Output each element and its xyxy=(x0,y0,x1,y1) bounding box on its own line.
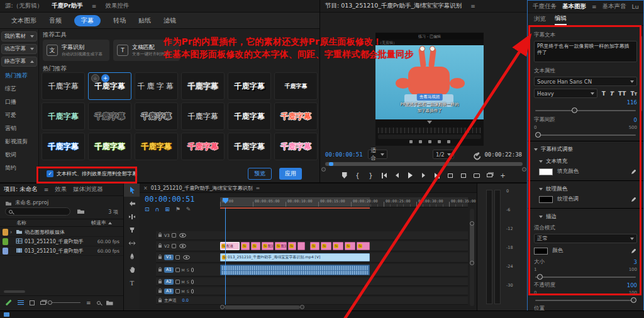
template-card[interactable]: 千鹿字幕 xyxy=(88,102,131,130)
h-scroll-handle[interactable] xyxy=(220,305,225,309)
mute-button[interactable]: M xyxy=(182,280,185,284)
lock-icon[interactable] xyxy=(158,278,162,285)
nav-stickers[interactable]: 贴纸 xyxy=(138,16,151,25)
search-input[interactable] xyxy=(5,207,70,216)
comparison-view-button[interactable] xyxy=(484,171,495,180)
texture-section-header[interactable]: 纹理颜色 xyxy=(539,185,637,193)
sync-lock-icon[interactable] xyxy=(172,244,176,248)
caption-clip[interactable]: fx xyxy=(357,242,370,250)
category-热门推荐[interactable]: 热门推荐 xyxy=(1,69,37,82)
font-size-value[interactable]: 116 xyxy=(627,99,637,106)
mic-icon[interactable] xyxy=(191,268,194,272)
font-weight-select[interactable]: Heavy xyxy=(534,89,597,98)
h-scroll-handle[interactable] xyxy=(300,305,304,309)
track-lane-A2[interactable] xyxy=(220,278,468,286)
project-row[interactable]: ›动态图形模板媒体 xyxy=(0,228,123,237)
mic-icon[interactable] xyxy=(191,280,194,284)
track-name[interactable]: A2 xyxy=(164,279,174,285)
group-dynamic-captions[interactable]: 动态字幕 xyxy=(1,44,37,54)
panel-menu-icon[interactable]: ≡ xyxy=(470,3,475,9)
v-scroll-handle[interactable] xyxy=(470,261,474,265)
track-lane-主声道[interactable] xyxy=(220,297,468,305)
template-card[interactable]: 千鹿字幕 xyxy=(181,102,225,130)
track-name[interactable]: 主声道 xyxy=(164,298,177,304)
lock-icon[interactable] xyxy=(158,243,162,249)
preview-button[interactable]: 预览 xyxy=(248,168,272,180)
apply-all-checkbox[interactable]: ✓ xyxy=(47,170,53,177)
category-可爱[interactable]: 可爱 xyxy=(1,109,37,122)
faux-bold-icon[interactable]: T xyxy=(602,90,606,97)
spacing-slider[interactable] xyxy=(535,134,636,136)
slider-knob[interactable] xyxy=(631,297,636,303)
name-column[interactable]: 名称 xyxy=(16,219,26,226)
list-view-icon[interactable] xyxy=(18,300,24,305)
monitor-scrubber[interactable] xyxy=(325,162,523,166)
small-caps-icon[interactable]: TT xyxy=(630,90,637,97)
tab-edit[interactable]: 编辑 xyxy=(555,13,567,25)
slip-tool[interactable] xyxy=(124,236,140,249)
track-name[interactable]: V1 xyxy=(164,255,174,260)
template-card[interactable]: 千鹿字幕 xyxy=(274,133,318,160)
sync-lock-icon[interactable] xyxy=(175,255,180,260)
button-editor-button[interactable]: + xyxy=(497,171,508,180)
stroke-color-swatch[interactable] xyxy=(534,248,548,255)
opacity-slider[interactable] xyxy=(535,300,636,301)
find-icon[interactable] xyxy=(97,301,101,305)
caption-clip[interactable]: fx xyxy=(345,242,355,250)
stroke-size-slider[interactable] xyxy=(535,277,636,278)
solo-button[interactable]: S xyxy=(187,280,189,284)
track-name[interactable]: V2 xyxy=(164,244,170,249)
mute-button[interactable]: M xyxy=(182,289,185,293)
step-forward-button[interactable] xyxy=(418,171,429,180)
template-card[interactable]: 千鹿字幕 xyxy=(181,72,225,100)
category-影视混剪[interactable]: 影视混剪 xyxy=(1,135,37,148)
slider-knob[interactable] xyxy=(535,132,541,138)
all-caps-icon[interactable]: TT xyxy=(618,90,626,97)
faux-italic-icon[interactable]: T xyxy=(609,90,614,97)
fill-color-swatch[interactable] xyxy=(539,168,553,175)
mark-out-button[interactable]: } xyxy=(365,171,376,180)
selection-tool[interactable] xyxy=(124,184,140,197)
add-marker-button[interactable] xyxy=(339,171,350,180)
zoom-slider[interactable] xyxy=(52,302,80,303)
style-section-header[interactable]: 字幕样式调整 xyxy=(534,146,637,153)
h-scrollbar[interactable] xyxy=(220,305,468,309)
mark-in-button[interactable]: { xyxy=(352,171,363,180)
sync-lock-icon[interactable] xyxy=(172,233,176,238)
tab-lumetri[interactable]: Lu xyxy=(632,3,639,10)
scrollbar-thumb[interactable] xyxy=(640,36,642,111)
track-lane-V3[interactable] xyxy=(220,231,468,240)
fit-select[interactable]: 适合 xyxy=(368,150,387,159)
caption-clip[interactable]: fx xyxy=(288,242,296,250)
template-card[interactable]: 千鹿字幕 xyxy=(42,72,85,100)
solo-button[interactable]: S xyxy=(187,289,189,293)
track-name[interactable]: V3 xyxy=(164,233,170,238)
label-color-chip[interactable] xyxy=(3,238,8,245)
caption-clip[interactable]: fx xyxy=(241,242,250,250)
slider-knob[interactable] xyxy=(572,107,577,113)
template-card[interactable]: 千鹿字幕 xyxy=(135,133,178,160)
label-color-chip[interactable] xyxy=(3,248,8,255)
lock-icon[interactable] xyxy=(158,254,162,261)
add-icon[interactable]: + xyxy=(101,74,109,82)
category-综艺[interactable]: 综艺 xyxy=(1,82,37,96)
nest-icon[interactable]: ⊡ xyxy=(145,206,150,212)
sync-lock-icon[interactable] xyxy=(175,268,180,272)
project-row[interactable]: 013_251210_千鹿Pr助手60.00 fps xyxy=(0,237,123,246)
resolution-select[interactable]: 1/2 xyxy=(433,150,454,159)
project-row[interactable]: 013_251210_千鹿Pr助手60.00 fps xyxy=(0,246,123,256)
panel-menu-icon[interactable]: ≡ xyxy=(44,187,49,193)
lock-icon[interactable] xyxy=(158,266,162,273)
nav-filters[interactable]: 滤镜 xyxy=(164,16,176,25)
font-size-slider[interactable] xyxy=(535,110,636,111)
nav-captions[interactable]: 字幕 xyxy=(74,15,101,26)
stroke-size-value[interactable]: 3 xyxy=(634,259,637,265)
category-简约[interactable]: 简约 xyxy=(1,162,37,175)
tab-qianlu-tasks[interactable]: 千鹿任务 xyxy=(533,3,557,11)
playhead-timecode[interactable]: 00:00:00:51 xyxy=(325,151,363,158)
category-口播[interactable]: 口播 xyxy=(1,96,37,109)
tab-project[interactable]: 项目: 未命名 xyxy=(4,185,38,194)
blend-mode-select[interactable]: 正常 xyxy=(534,234,637,243)
tab-essential-sound[interactable]: 基本声音 xyxy=(602,3,626,11)
program-tab[interactable]: 节目: 013_251210_千鹿Pr助手_海绵宝宝字幕识别 xyxy=(325,2,462,10)
